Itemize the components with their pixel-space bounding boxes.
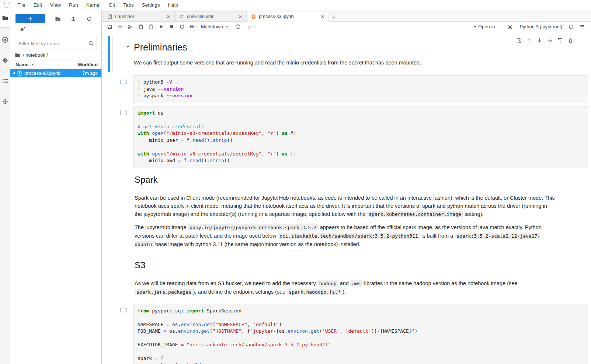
cell-type-dropdown[interactable]: Markdown — [198, 24, 232, 29]
file-row[interactable]: process-s3.ipynb7m ago — [10, 69, 101, 77]
section-heading: Spark — [135, 175, 556, 185]
kernel-name[interactable]: Python 3 (ipykernel) — [519, 24, 562, 29]
sidebar-item-running-sessions[interactable] — [2, 36, 8, 45]
duplicate-button[interactable] — [516, 38, 522, 43]
file-browser-toolbar — [10, 10, 101, 24]
inline-code: spark.jars.packages — [135, 289, 193, 295]
tab-core-site-xml[interactable]: core-site.xml× — [175, 11, 247, 21]
folder-icon — [15, 52, 20, 58]
markdown-cell-body[interactable]: SparkSpark can be used in Client mode (r… — [135, 175, 556, 249]
sort-caret-icon — [31, 63, 34, 66]
tab-process-s3-ipynb[interactable]: process-s3.ipynb× — [247, 11, 329, 22]
tab-label: Launcher — [115, 14, 163, 19]
section-heading: Preliminaries — [134, 42, 556, 53]
launcher-icon — [107, 14, 112, 19]
search-icon — [88, 41, 94, 46]
cell-prompt: [ ]: — [112, 110, 131, 115]
sidebar-item-git[interactable] — [2, 57, 8, 65]
code-editor[interactable]: import os # get minio credentialswith op… — [133, 106, 588, 168]
cell-collapser[interactable] — [108, 36, 110, 72]
refresh-button[interactable] — [86, 16, 92, 22]
sidebar-item-file-browser[interactable] — [2, 15, 8, 23]
cell-collapser[interactable] — [108, 106, 110, 168]
interrupt-kernel-button[interactable] — [166, 22, 177, 31]
filter-files-input[interactable] — [15, 38, 97, 49]
cell-collapser[interactable] — [108, 304, 110, 364]
file-modified: 7m ago — [82, 71, 98, 76]
move-down-button[interactable] — [537, 38, 542, 43]
filter-box — [15, 38, 97, 49]
hamburger-menu-button[interactable] — [577, 22, 587, 31]
file-list: process-s3.ipynb7m ago — [10, 69, 101, 77]
run-button[interactable] — [156, 22, 166, 31]
menu-edit[interactable]: Edit — [29, 2, 46, 8]
menu-kernel[interactable]: Kernel — [82, 2, 105, 8]
code-editor[interactable]: from pyspark.sql import SparkSession NAM… — [133, 304, 588, 364]
tab-launcher[interactable]: Launcher× — [103, 11, 175, 21]
notebook-cell: [ ]:from pyspark.sql import SparkSession… — [108, 304, 588, 364]
cell-collapser[interactable] — [108, 171, 110, 253]
inline-code: spark.hadoopo.fs.* — [287, 289, 343, 295]
open-in-dropdown[interactable]: Open in... — [473, 24, 499, 29]
paste-cell-button[interactable] — [146, 22, 156, 31]
debugger-bug-button[interactable] — [505, 22, 515, 31]
paragraph: Spark can be used in Client mode (recomm… — [135, 194, 556, 218]
new-folder-button[interactable] — [55, 16, 61, 22]
restart-run-all-button[interactable] — [187, 22, 197, 31]
chevron-down-icon — [225, 25, 229, 29]
git-toolbar-label: git — [248, 24, 256, 29]
collapse-heading-icon[interactable] — [126, 45, 130, 49]
menu-view[interactable]: View — [46, 2, 65, 8]
copy-cell-button[interactable] — [135, 22, 146, 31]
cell-collapser[interactable] — [108, 256, 110, 301]
cell-collapser[interactable] — [108, 75, 110, 103]
sidebar-item-extension-manager[interactable] — [2, 98, 8, 106]
paragraph: The jupyterhub image quay.io/jupyter/pys… — [135, 223, 556, 249]
cut-cell-button[interactable] — [125, 22, 135, 31]
markdown-cell-body[interactable]: S3As we will be reading data from an S3 … — [135, 260, 556, 296]
notebook-cell: [ ]:! python3 -V! java --version! pyspar… — [108, 75, 588, 103]
git-clone-button[interactable] — [20, 27, 26, 32]
column-name[interactable]: Name — [15, 62, 69, 67]
column-modified[interactable]: Modified — [69, 62, 98, 68]
inline-code: oci.stackable.tech/sandbox/spark:3.5.2-p… — [278, 233, 420, 239]
notebook-cell: SparkSpark can be used in Client mode (r… — [108, 171, 588, 253]
tab-bar: Launcher×core-site.xml×process-s3.ipynb× — [102, 10, 591, 22]
tab-close-icon[interactable]: × — [238, 13, 243, 20]
code-editor[interactable]: ! python3 -V! java --version! pyspark --… — [133, 75, 588, 103]
unsaved-dot — [13, 72, 15, 74]
new-tab-button[interactable] — [331, 15, 336, 20]
insert-below-button[interactable] — [557, 38, 563, 43]
upload-button[interactable] — [70, 16, 76, 22]
menu-file[interactable]: File — [13, 2, 29, 8]
new-launcher-button[interactable] — [15, 14, 45, 23]
notebook-content: PreliminariesWe can first output some ve… — [102, 32, 591, 364]
insert-above-button[interactable] — [547, 38, 553, 43]
breadcrumb-path: / notebook / — [23, 52, 48, 58]
tab-close-icon[interactable]: × — [166, 13, 171, 20]
breadcrumb[interactable]: / notebook / — [10, 51, 101, 60]
restart-kernel-button[interactable] — [177, 22, 187, 31]
insert-cell-button[interactable] — [115, 22, 125, 31]
open-in-label: Open in... — [478, 24, 499, 29]
save-button[interactable] — [104, 22, 115, 31]
paragraph: We can first output some versions that a… — [134, 59, 556, 67]
menu-help[interactable]: Help — [164, 2, 182, 8]
menu-settings[interactable]: Settings — [138, 2, 164, 8]
kernel-status-icon[interactable] — [566, 22, 576, 31]
move-up-button[interactable] — [526, 38, 532, 43]
file-browser-panel: / notebook / Name Modified process-s3.ip… — [10, 10, 102, 364]
sidebar-item-table-of-contents[interactable] — [2, 78, 8, 86]
git-toolbar-row — [10, 24, 101, 35]
notebook-cell: [ ]:import os # get minio credentialswit… — [108, 106, 588, 168]
inline-code: hadoop — [317, 280, 338, 287]
menu-git[interactable]: Git — [105, 2, 119, 8]
tab-close-icon[interactable]: × — [320, 13, 325, 20]
menu-tabs[interactable]: Tabs — [119, 2, 138, 8]
cell-prompt: [ ]: — [112, 79, 131, 84]
section-heading: S3 — [135, 260, 556, 270]
menu-run[interactable]: Run — [65, 2, 82, 8]
trash-button[interactable] — [568, 38, 573, 43]
plus-icon — [27, 16, 33, 22]
history-clock-button[interactable] — [233, 22, 243, 31]
